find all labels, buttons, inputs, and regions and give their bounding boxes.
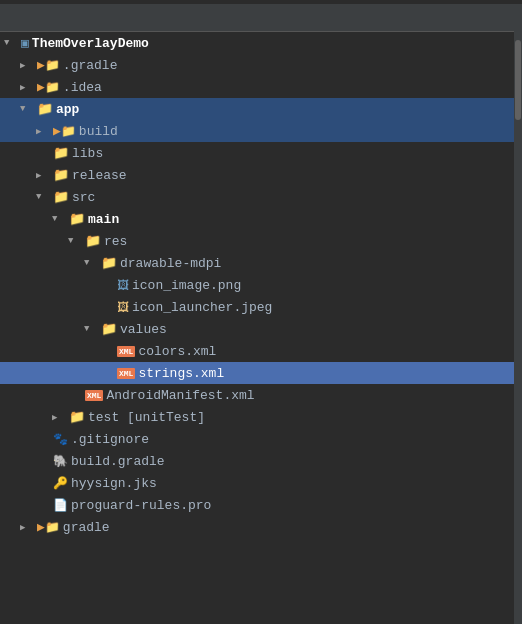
tree-item-libs[interactable]: 📁libs (0, 142, 522, 164)
tree-item-build[interactable]: ▶▶📁build (0, 120, 522, 142)
tree-item-build-gradle[interactable]: 🐘build.gradle (0, 450, 522, 472)
gradle-icon: 🐘 (53, 454, 68, 469)
pro-icon: 📄 (53, 498, 68, 513)
file-icon: 📄 (53, 498, 68, 513)
tree-item-gradle[interactable]: ▶▶📁.gradle (0, 54, 522, 76)
tree-item-label: test [unitTest] (88, 410, 205, 425)
tree-item-label: gradle (63, 520, 110, 535)
file-icon: 📁 (101, 321, 117, 337)
file-icon: ▶📁 (37, 519, 60, 535)
folder-orange-icon: ▶ (37, 519, 45, 535)
tree-item-label: .idea (63, 80, 102, 95)
scroll-thumb[interactable] (515, 40, 521, 120)
tree-item-release[interactable]: ▶📁release (0, 164, 522, 186)
file-icon: 📁 (37, 101, 53, 117)
tree-item-label: main (88, 212, 119, 227)
tree-item-res[interactable]: ▼📁res (0, 230, 522, 252)
folder-blue-icon: 📁 (85, 233, 101, 249)
header-bar (0, 4, 522, 32)
git-icon: 🐾 (53, 432, 68, 447)
tree-arrow[interactable]: ▶ (20, 522, 34, 533)
tree-item-proguard[interactable]: 📄proguard-rules.pro (0, 494, 522, 516)
tree-item-gradle2[interactable]: ▶▶📁gradle (0, 516, 522, 538)
jpeg-icon: 🖼 (117, 300, 129, 315)
jks-icon: 🔑 (53, 476, 68, 491)
tree-item-label: drawable-mdpi (120, 256, 221, 271)
tree-item-icon_launcher[interactable]: 🖼icon_launcher.jpeg (0, 296, 522, 318)
tree-arrow[interactable]: ▼ (68, 236, 82, 246)
file-icon: ▶📁 (53, 123, 76, 139)
file-icon: ▣ (21, 35, 29, 51)
tree-item-icon_image[interactable]: 🖼icon_image.png (0, 274, 522, 296)
file-icon: XML (117, 368, 135, 379)
tree-item-hyysign[interactable]: 🔑hyysign.jks (0, 472, 522, 494)
tree-arrow[interactable]: ▶ (36, 170, 50, 181)
file-icon: 📁 (53, 167, 69, 183)
file-icon: 📁 (53, 145, 69, 161)
file-icon: 📁 (69, 409, 85, 425)
file-icon: 📁 (101, 255, 117, 271)
project-icon: ▣ (21, 35, 29, 51)
file-icon: 🖼 (117, 278, 129, 293)
tree-arrow[interactable]: ▼ (36, 192, 50, 202)
tree-item-label: ThemOverlayDemo (32, 36, 149, 51)
tree-item-label: icon_image.png (132, 278, 241, 293)
file-icon: 🔑 (53, 476, 68, 491)
file-icon: XML (85, 390, 103, 401)
folder-icon: 📁 (53, 167, 69, 183)
xml-icon: XML (117, 368, 135, 379)
tree-arrow[interactable]: ▶ (20, 82, 34, 93)
folder-icon: 📁 (101, 321, 117, 337)
file-icon: XML (117, 346, 135, 357)
file-icon: 📁 (69, 211, 85, 227)
tree-arrow[interactable]: ▶ (20, 60, 34, 71)
folder-orange-icon: ▶ (37, 57, 45, 73)
tree-arrow[interactable]: ▼ (20, 104, 34, 114)
tree-item-label: hyysign.jks (71, 476, 157, 491)
tree-arrow[interactable]: ▼ (84, 258, 98, 268)
tree-item-label: release (72, 168, 127, 183)
tree-item-label: src (72, 190, 95, 205)
file-icon: ▶📁 (37, 79, 60, 95)
tree-item-label: libs (72, 146, 103, 161)
tree-arrow[interactable]: ▼ (4, 38, 18, 48)
tree-arrow[interactable]: ▶ (52, 412, 66, 423)
image-icon: 🖼 (117, 278, 129, 293)
tree-item-label: res (104, 234, 127, 249)
tree-item-label: .gitignore (71, 432, 149, 447)
tree-item-main[interactable]: ▼📁main (0, 208, 522, 230)
tree-item-gitignore[interactable]: 🐾.gitignore (0, 428, 522, 450)
tree-item-label: icon_launcher.jpeg (132, 300, 272, 315)
file-tree: ▼▣ThemOverlayDemo▶▶📁.gradle▶▶📁.idea▼📁app… (0, 0, 522, 624)
tree-item-app[interactable]: ▼📁app (0, 98, 522, 120)
tree-item-idea[interactable]: ▶▶📁.idea (0, 76, 522, 98)
folder-orange-icon: ▶ (53, 123, 61, 139)
tree-arrow[interactable]: ▼ (52, 214, 66, 224)
tree-item-label: .gradle (63, 58, 118, 73)
tree-item-test[interactable]: ▶📁test [unitTest] (0, 406, 522, 428)
folder-icon: 📁 (101, 255, 117, 271)
tree-item-colors[interactable]: XMLcolors.xml (0, 340, 522, 362)
tree-item-label: colors.xml (138, 344, 216, 359)
tree-item-strings[interactable]: XMLstrings.xml (0, 362, 522, 384)
folder-icon: 📁 (53, 145, 69, 161)
scroll-track[interactable] (514, 28, 522, 624)
tree-item-label: build.gradle (71, 454, 165, 469)
tree-item-label: values (120, 322, 167, 337)
tree-arrow[interactable]: ▼ (84, 324, 98, 334)
tree-item-root[interactable]: ▼▣ThemOverlayDemo (0, 32, 522, 54)
folder-icon: 📁 (53, 189, 69, 205)
tree-item-values[interactable]: ▼📁values (0, 318, 522, 340)
tree-item-drawable-mdpi[interactable]: ▼📁drawable-mdpi (0, 252, 522, 274)
tree-item-label: strings.xml (138, 366, 224, 381)
file-icon: 🐾 (53, 432, 68, 447)
tree-item-label: AndroidManifest.xml (106, 388, 254, 403)
tree-item-androidmanifest[interactable]: XMLAndroidManifest.xml (0, 384, 522, 406)
tree-arrow[interactable]: ▶ (36, 126, 50, 137)
tree-item-label: app (56, 102, 79, 117)
tree-item-label: build (79, 124, 118, 139)
tree-item-src[interactable]: ▼📁src (0, 186, 522, 208)
folder-blue-icon: 📁 (69, 211, 85, 227)
folder-blue-icon: 📁 (37, 101, 53, 117)
file-icon: 🖼 (117, 300, 129, 315)
